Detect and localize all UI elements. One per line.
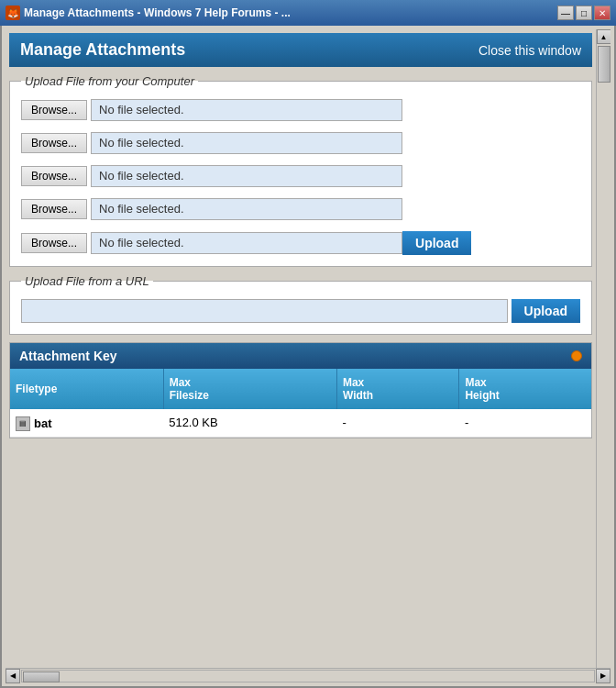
file-row-3: Browse... No file selected. (21, 165, 580, 187)
file-row-1: Browse... No file selected. (21, 99, 580, 121)
main-content: Manage Attachments Close this window Upl… (6, 29, 596, 668)
scroll-right-arrow[interactable]: ▶ (596, 669, 610, 683)
attachment-key-section: Attachment Key Filetype MaxFilesize MaxW… (9, 342, 592, 438)
cell-width: - (336, 409, 459, 437)
upload-url-legend: Upload File from a URL (21, 274, 153, 288)
file-row-4: Browse... No file selected. (21, 198, 580, 220)
file-display-3: No file selected. (91, 165, 402, 187)
titlebar-buttons: — □ ✕ (557, 6, 610, 20)
scroll-up-arrow[interactable]: ▲ (597, 29, 611, 44)
close-window-link[interactable]: Close this window (478, 43, 581, 58)
file-display-5: No file selected. (91, 232, 402, 254)
window-body: Manage Attachments Close this window Upl… (0, 26, 616, 688)
col-filesize: MaxFilesize (163, 369, 336, 409)
scroll-thumb[interactable] (598, 46, 610, 83)
url-input[interactable] (21, 299, 508, 323)
titlebar-text: Manage Attachments - Windows 7 Help Foru… (24, 6, 554, 19)
upload-computer-section: Upload File from your Computer Browse...… (9, 74, 592, 267)
attachment-key-title: Attachment Key (19, 349, 117, 363)
browse-button-2[interactable]: Browse... (21, 133, 87, 153)
table-row: ▤ bat 512.0 KB - - (10, 409, 591, 437)
col-width: MaxWidth (336, 369, 459, 409)
col-height: MaxHeight (459, 369, 591, 409)
file-display-1: No file selected. (91, 99, 402, 121)
vertical-scrollbar[interactable]: ▲ (596, 29, 610, 668)
browse-button-1[interactable]: Browse... (21, 100, 87, 120)
file-display-4: No file selected. (91, 198, 402, 220)
file-row-2: Browse... No file selected. (21, 132, 580, 154)
page-title: Manage Attachments (20, 40, 185, 60)
horizontal-scrollbar[interactable]: ◀ ▶ (6, 668, 610, 682)
cell-filesize: 512.0 KB (163, 409, 336, 437)
browse-button-5[interactable]: Browse... (21, 233, 87, 253)
cell-height: - (459, 409, 591, 437)
content-area: Manage Attachments Close this window Upl… (6, 29, 610, 668)
browser-icon: 🦊 (6, 6, 20, 20)
col-filetype: Filetype (10, 369, 163, 409)
file-row-5: Browse... No file selected. Upload (21, 231, 580, 255)
browse-button-4[interactable]: Browse... (21, 199, 87, 219)
upload-files-button[interactable]: Upload (402, 231, 471, 255)
attachment-table: Filetype MaxFilesize MaxWidth MaxHeight … (10, 369, 591, 438)
upload-url-section: Upload File from a URL Upload (9, 274, 592, 335)
upload-url-button[interactable]: Upload (512, 299, 580, 323)
upload-computer-legend: Upload File from your Computer (21, 74, 198, 88)
file-display-2: No file selected. (91, 132, 402, 154)
attachment-key-header: Attachment Key (10, 343, 591, 369)
window-close-button[interactable]: ✕ (594, 6, 610, 20)
table-header-row: Filetype MaxFilesize MaxWidth MaxHeight (10, 369, 591, 409)
scroll-left-arrow[interactable]: ◀ (6, 669, 20, 683)
minimize-button[interactable]: — (557, 6, 574, 20)
url-row: Upload (21, 299, 580, 323)
header-bar: Manage Attachments Close this window (9, 33, 592, 67)
maximize-button[interactable]: □ (576, 6, 592, 20)
h-scroll-thumb[interactable] (23, 671, 60, 682)
filetype-bat: bat (34, 416, 52, 430)
file-rows-container: Browse... No file selected. Browse... No… (21, 99, 580, 255)
browse-button-3[interactable]: Browse... (21, 166, 87, 186)
attachment-key-icon (571, 350, 582, 361)
bat-icon: ▤ (16, 416, 30, 431)
cell-filetype: ▤ bat (10, 409, 163, 437)
h-scrollbar-track (21, 670, 595, 682)
titlebar: 🦊 Manage Attachments - Windows 7 Help Fo… (0, 0, 616, 26)
